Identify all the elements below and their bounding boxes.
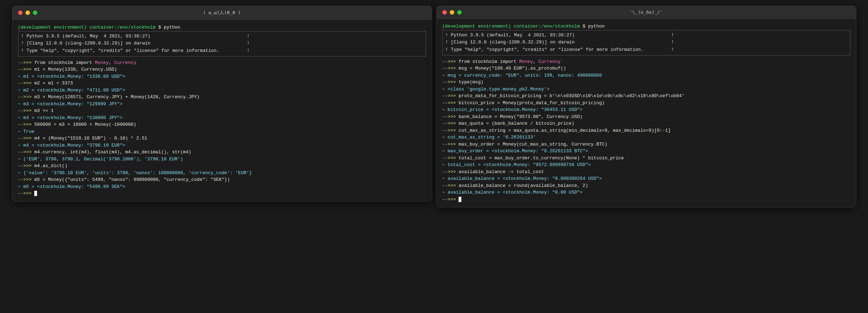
line-3: ~ m1 = <stockholm.Money: "1338.00 USD"> xyxy=(18,73,426,80)
line-8: -->>> m3 += 1 xyxy=(18,107,426,114)
r-line-6: -->>> proto_data_for_bitcoin_pricing = b… xyxy=(442,93,850,100)
r-line-7: -->>> bitcoin_price = Money(proto_data_f… xyxy=(442,100,850,107)
terminal-body-2[interactable]: (development environment) container:/env… xyxy=(437,19,856,207)
line-4: -->>> m2 = m1 + 3373 xyxy=(18,80,426,87)
r-line-18: ~ available_balance = <stockholm.Money: … xyxy=(442,175,850,182)
terminal-window-2: ¯\_(ο_δο)_/¯ (development environment) c… xyxy=(436,6,856,207)
r-line-9: -->>> bank_balance = Money("9573.00", Cu… xyxy=(442,113,850,120)
r-line-5: ~ <class 'google.type.money_pb2.Money'> xyxy=(442,86,850,93)
line-19: ~ m5 = <stockholm.Money: "5499.99 SEK"> xyxy=(18,183,426,190)
window-controls-2 xyxy=(442,10,462,14)
r-line-11: -->>> cut_max_as_string = max_quota.as_s… xyxy=(442,127,850,134)
line-9: ~ m3 = <stockholm.Money: "130000 JPY"> xyxy=(18,114,426,122)
line-11: ~ True xyxy=(18,128,426,135)
line-16: -->>> m4.as_dict() xyxy=(18,163,426,170)
minimize-button-1[interactable] xyxy=(25,11,30,15)
prompt-line-2: (development environment) container:/env… xyxy=(442,23,850,30)
line-10: -->>> 500000 > m3 > 10000 > Money(-10000… xyxy=(18,121,426,128)
line-17: ~ {'value': '3790.10 EUR', 'units': 3790… xyxy=(18,170,426,177)
window-controls-1 xyxy=(18,11,37,15)
r-line-1: -->>> from stockholm import Money, Curre… xyxy=(442,58,850,65)
line-13: ~ m4 = <stockholm.Money: "3790.10 EUR"> xyxy=(18,142,426,149)
line-2: -->>> m1 = Money(1338, Currency.USD) xyxy=(18,66,426,73)
cursor-line-1: -->>> xyxy=(18,190,426,197)
r-line-20: ~ available_balance = <stockholm.Money: … xyxy=(442,189,850,196)
r-line-10: -->>> max_quota = (bank_balance / bitcoi… xyxy=(442,120,850,127)
minimize-button-2[interactable] xyxy=(450,10,454,14)
python-info-1: ! Python 3.9.5 (default, May 4 2021, 03:… xyxy=(18,31,426,57)
terminal-title-1: ( ω_ω)人(θ_θ ) xyxy=(203,10,241,16)
line-15: ~ ('EUR', 3790, 3790.1, Decimal('3790.10… xyxy=(18,156,426,163)
python-info-2: ! Python 3.9.5 (default, May 4 2021, 03:… xyxy=(442,30,850,55)
r-line-17: -->>> available_balance -= total_cost xyxy=(442,169,850,176)
r-line-14: ~ max_buy_order = <stockholm.Money: "0.2… xyxy=(442,148,850,155)
maximize-button-1[interactable] xyxy=(33,11,37,15)
r-line-15: -->>> total_cost = max_buy_order.to_curr… xyxy=(442,155,850,162)
r-line-2: -->>> msg = Money("199.49 EUR").as_proto… xyxy=(442,65,850,72)
line-18: -->>> m5 = Money({"units": 5499, "nanos"… xyxy=(18,176,426,183)
terminal-window-1: ( ω_ω)人(θ_θ ) (development environment) … xyxy=(12,6,432,202)
r-line-3: ~ msg = currency_code: "EUR", units: 199… xyxy=(442,72,850,79)
terminal-body-1[interactable]: (development environment) container:/env… xyxy=(12,20,432,201)
r-line-16: ~ total_cost = <stockholm.Money: "9572.9… xyxy=(442,161,850,169)
r-line-12: ~ cut_max_as_string = '0.26261133' xyxy=(442,134,850,141)
line-6: -->>> m3 = Money(128571, Currency.JPY) +… xyxy=(18,94,426,101)
r-line-8: ~ bitcoin_price = <stockholm.Money: "364… xyxy=(442,106,850,113)
r-line-13: -->>> max_buy_order = Money(cut_max_as_s… xyxy=(442,141,850,148)
line-12: -->>> m4 = (Money("1510.10 EUR") - 0.10)… xyxy=(18,135,426,142)
title-bar-1: ( ω_ω)人(θ_θ ) xyxy=(12,6,432,20)
close-button-2[interactable] xyxy=(442,10,447,14)
line-7: ~ m3 = <stockholm.Money: "129999 JPY"> xyxy=(18,101,426,108)
title-bar-2: ¯\_(ο_δο)_/¯ xyxy=(437,6,856,19)
r-line-19: -->>> available_balance = round(availabl… xyxy=(442,182,850,189)
prompt-line-1: (development environment) container:/env… xyxy=(18,24,426,31)
r-line-4: -->>> type(msg) xyxy=(442,79,850,86)
cursor-line-2: -->>> xyxy=(442,196,850,203)
line-5: ~ m2 = <stockholm.Money: "4711.00 USD"> xyxy=(18,87,426,94)
terminal-title-2: ¯\_(ο_δο)_/¯ xyxy=(630,10,663,15)
maximize-button-2[interactable] xyxy=(457,10,462,14)
line-14: -->>> m4.currency, int(m4), float(m4), m… xyxy=(18,149,426,156)
line-1: -->>> from stockholm import Money, Curre… xyxy=(18,59,426,66)
close-button-1[interactable] xyxy=(18,11,23,15)
